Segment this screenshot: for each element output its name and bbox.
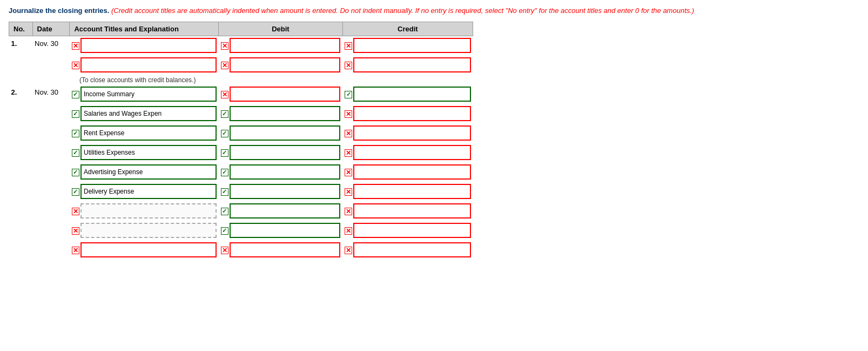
entry2-credit-input7[interactable]	[353, 203, 470, 218]
checkbox-check-icon[interactable]: ✓	[345, 91, 352, 98]
checkbox-check-icon[interactable]: ✓	[72, 169, 79, 176]
entry2-row2: ✓ ✓ ✕	[9, 104, 473, 124]
checkbox-x-icon[interactable]: ✕	[345, 227, 352, 235]
entry2-account-input1[interactable]	[80, 87, 217, 102]
checkbox-x-icon[interactable]: ✕	[345, 110, 352, 118]
entry1-note: (To close accounts with credit balances.…	[70, 75, 219, 85]
entry2-credit-input6[interactable]	[353, 184, 470, 199]
entry1-debit-cell2: ✕	[219, 56, 343, 75]
checkbox-x-icon[interactable]: ✕	[345, 188, 352, 196]
checkbox-x-icon[interactable]: ✕	[221, 62, 228, 69]
instructions: Journalize the closing entries. (Credit …	[9, 5, 859, 16]
entry3-credit-input1[interactable]	[353, 242, 470, 257]
entry2-account-input5[interactable]	[80, 164, 217, 180]
entry1-row2: ✕ ✕ ✕	[9, 56, 473, 75]
checkbox-x-icon[interactable]: ✕	[345, 169, 352, 176]
entry1-account-cell1: ✕	[70, 36, 219, 56]
checkbox-x-icon[interactable]: ✕	[72, 42, 79, 50]
entry1-credit-input1[interactable]	[353, 38, 470, 53]
checkbox-check-icon[interactable]: ✓	[72, 188, 79, 196]
entry2-account-cell7: ✕	[70, 202, 219, 221]
entry2-debit-cell7: ✓	[219, 202, 343, 221]
entry1-credit-cell2: ✕	[342, 56, 473, 75]
entry2-account-cell6: ✓	[70, 182, 219, 202]
checkbox-check-icon[interactable]: ✓	[72, 91, 79, 98]
entry1-debit-input2[interactable]	[230, 57, 341, 72]
entry1-note-row: (To close accounts with credit balances.…	[9, 75, 473, 85]
entry2-credit-cell3: ✕	[342, 124, 473, 143]
entry2-credit-input4[interactable]	[353, 145, 470, 160]
checkbox-check-icon[interactable]: ✓	[221, 227, 228, 235]
entry1-debit-cell1: ✕	[219, 36, 343, 56]
col-header-no: No.	[9, 22, 33, 36]
entry2-credit-input1[interactable]	[353, 87, 470, 102]
entry2-row5: ✓ ✓ ✕	[9, 163, 473, 182]
entry2-debit-input4[interactable]	[230, 145, 341, 160]
entry1-account-cell2: ✕	[70, 56, 219, 75]
entry2-account-input3[interactable]	[80, 125, 217, 141]
checkbox-x-icon[interactable]: ✕	[221, 42, 228, 50]
checkbox-check-icon[interactable]: ✓	[72, 130, 79, 137]
entry2-account-input4[interactable]	[80, 145, 217, 160]
entry1-row1: 1. Nov. 30 ✕ ✕ ✕	[9, 36, 473, 56]
entry3-credit-cell1: ✕	[342, 241, 473, 260]
checkbox-x-icon[interactable]: ✕	[72, 227, 79, 235]
entry1-debit-input1[interactable]	[230, 38, 341, 53]
checkbox-x-icon[interactable]: ✕	[72, 62, 79, 69]
entry2-row3: ✓ ✓ ✕	[9, 124, 473, 143]
entry2-credit-input5[interactable]	[353, 164, 470, 180]
entry2-credit-cell7: ✕	[342, 202, 473, 221]
entry2-account-cell4: ✓	[70, 143, 219, 163]
instructions-prefix: Journalize the closing entries.	[9, 6, 109, 15]
entry2-account-cell2: ✓	[70, 104, 219, 124]
entry2-account-input6[interactable]	[80, 184, 217, 199]
col-header-date: Date	[32, 22, 70, 36]
entry3-account-input1[interactable]	[80, 242, 217, 257]
entry1-credit-input2[interactable]	[353, 57, 470, 72]
entry2-debit-cell4: ✓	[219, 143, 343, 163]
entry2-debit-input8[interactable]	[230, 223, 341, 238]
checkbox-check-icon[interactable]: ✓	[72, 110, 79, 118]
entry2-debit-cell3: ✓	[219, 124, 343, 143]
checkbox-x-icon[interactable]: ✕	[345, 208, 352, 215]
checkbox-check-icon[interactable]: ✓	[221, 130, 228, 137]
checkbox-x-icon[interactable]: ✕	[345, 149, 352, 157]
entry2-debit-input7[interactable]	[230, 203, 341, 218]
entry2-debit-input1[interactable]	[230, 87, 341, 102]
entry2-debit-input5[interactable]	[230, 164, 341, 180]
entry2-account-input8[interactable]	[80, 223, 217, 238]
entry2-account-cell5: ✓	[70, 163, 219, 182]
checkbox-check-icon[interactable]: ✓	[221, 110, 228, 118]
entry2-credit-input2[interactable]	[353, 106, 470, 121]
entry2-row8: ✕ ✓ ✕	[9, 221, 473, 241]
checkbox-check-icon[interactable]: ✓	[221, 169, 228, 176]
entry2-credit-input8[interactable]	[353, 223, 470, 238]
checkbox-x-icon[interactable]: ✕	[345, 62, 352, 69]
entry2-debit-cell2: ✓	[219, 104, 343, 124]
checkbox-check-icon[interactable]: ✓	[221, 208, 228, 215]
checkbox-x-icon[interactable]: ✕	[345, 247, 352, 254]
entry1-account-input2[interactable]	[80, 57, 217, 72]
entry3-row1: ✕ ✕ ✕	[9, 241, 473, 260]
checkbox-check-icon[interactable]: ✓	[72, 149, 79, 157]
entry2-debit-input6[interactable]	[230, 184, 341, 199]
checkbox-check-icon[interactable]: ✓	[221, 188, 228, 196]
entry2-account-input2[interactable]	[80, 106, 217, 121]
checkbox-x-icon[interactable]: ✕	[221, 247, 228, 254]
col-header-account: Account Titles and Explanation	[70, 22, 219, 36]
entry2-credit-cell2: ✕	[342, 104, 473, 124]
entry3-account-cell1: ✕	[70, 241, 219, 260]
checkbox-x-icon[interactable]: ✕	[221, 91, 228, 98]
col-header-credit: Credit	[342, 22, 473, 36]
checkbox-x-icon[interactable]: ✕	[72, 208, 79, 215]
checkbox-x-icon[interactable]: ✕	[345, 42, 352, 50]
entry3-debit-input1[interactable]	[230, 242, 341, 257]
checkbox-x-icon[interactable]: ✕	[345, 130, 352, 137]
entry2-credit-input3[interactable]	[353, 125, 470, 141]
entry2-debit-input3[interactable]	[230, 125, 341, 141]
entry2-debit-input2[interactable]	[230, 106, 341, 121]
entry1-account-input1[interactable]	[80, 38, 217, 53]
checkbox-check-icon[interactable]: ✓	[221, 149, 228, 157]
entry2-account-input7[interactable]	[80, 203, 217, 218]
checkbox-x-icon[interactable]: ✕	[72, 247, 79, 254]
